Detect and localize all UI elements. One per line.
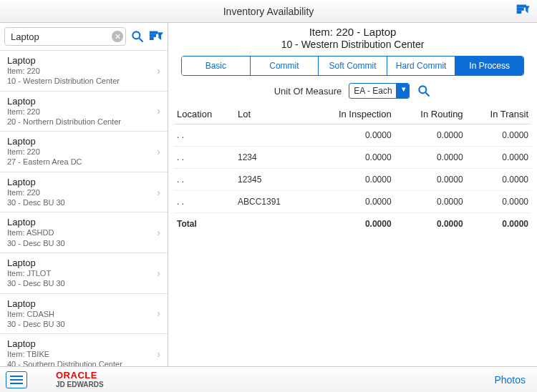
total-in-inspection: 0.0000	[307, 213, 394, 235]
tabs: BasicCommitSoft CommitHard CommitIn Proc…	[181, 56, 524, 76]
list-item[interactable]: LaptopItem: 22020 - Northern Distributio…	[0, 92, 168, 132]
list-item[interactable]: LaptopItem: 22010 - Western Distribution…	[0, 51, 168, 92]
chevron-right-icon: ›	[157, 268, 160, 279]
list-item[interactable]: LaptopItem: ASHDD30 - Desc BU 30›	[0, 212, 168, 253]
svg-rect-2	[518, 11, 521, 14]
photos-link[interactable]: Photos	[494, 374, 526, 386]
svg-line-4	[140, 39, 143, 42]
list-item-item: Item: 220	[7, 66, 160, 76]
cell-in-transit: 0.0000	[466, 147, 531, 169]
svg-rect-1	[518, 9, 523, 11]
list-item-title: Laptop	[7, 258, 160, 268]
list-item[interactable]: LaptopItem: TBIKE40 - Southern Distribut…	[0, 334, 168, 366]
tab-in-process[interactable]: In Process	[455, 57, 523, 75]
cell-lot: 12345	[235, 169, 307, 191]
list-item-loc: 30 - Desc BU 30	[7, 278, 160, 288]
cell-in-routing: 0.0000	[395, 147, 466, 169]
table-row: . .0.00000.00000.0000	[174, 124, 531, 147]
total-label: Total	[174, 213, 235, 235]
uom-label: Unit Of Measure	[274, 86, 342, 97]
chevron-right-icon: ›	[157, 227, 160, 238]
sidebar-list: LaptopItem: 22010 - Western Distribution…	[0, 51, 168, 366]
cell-location: . .	[174, 191, 235, 213]
filter-list-icon[interactable]	[149, 29, 163, 44]
col-in-inspection: In Inspection	[307, 104, 394, 124]
col-in-transit: In Transit	[466, 104, 531, 124]
uom-select[interactable]: EA - Each	[349, 83, 410, 99]
detail-header: Item: 220 - Laptop 10 - Western Distribu…	[174, 26, 531, 50]
cell-in-routing: 0.0000	[395, 169, 466, 191]
brand-oracle: ORACLE	[56, 371, 104, 380]
list-item[interactable]: LaptopItem: CDASH30 - Desc BU 30›	[0, 294, 168, 335]
brand-jde: JD EDWARDS	[56, 381, 104, 388]
svg-point-8	[420, 86, 427, 93]
tab-soft-commit[interactable]: Soft Commit	[319, 57, 387, 75]
search-icon[interactable]	[130, 29, 145, 44]
uom-search-icon[interactable]	[417, 84, 431, 98]
list-item-loc: 27 - Eastern Area DC	[7, 157, 160, 167]
list-item-loc: 30 - Desc BU 30	[7, 319, 160, 329]
chevron-right-icon: ›	[157, 105, 160, 117]
cell-location: . .	[174, 169, 235, 191]
list-item-title: Laptop	[7, 338, 160, 349]
list-item-item: Item: CDASH	[7, 309, 160, 319]
list-item[interactable]: LaptopItem: JTLOT30 - Desc BU 30›	[0, 253, 168, 294]
inventory-table: LocationLotIn InspectionIn RoutingIn Tra…	[174, 104, 531, 235]
cell-in-transit: 0.0000	[466, 169, 531, 191]
cell-in-inspection: 0.0000	[307, 124, 394, 147]
cell-in-routing: 0.0000	[395, 124, 466, 147]
main-panel: Item: 220 - Laptop 10 - Western Distribu…	[168, 23, 537, 366]
sidebar: ✕ LaptopItem: 22010 - Western Distributi…	[0, 23, 168, 366]
footer: ORACLE JD EDWARDS Photos	[0, 366, 537, 392]
chevron-right-icon: ›	[157, 65, 160, 77]
svg-rect-0	[518, 5, 526, 7]
cell-in-inspection: 0.0000	[307, 147, 394, 169]
list-item[interactable]: LaptopItem: 22027 - Eastern Area DC›	[0, 132, 168, 172]
list-item-item: Item: TBIKE	[7, 349, 160, 359]
topbar: Inventory Availability	[0, 0, 537, 23]
list-item-title: Laptop	[7, 217, 160, 227]
cell-lot: 1234	[235, 147, 307, 169]
list-item-title: Laptop	[7, 298, 160, 309]
list-item-item: Item: JTLOT	[7, 268, 160, 278]
tab-hard-commit[interactable]: Hard Commit	[387, 57, 456, 75]
col-location: Location	[174, 104, 235, 124]
svg-rect-7	[150, 38, 153, 40]
cell-location: . .	[174, 124, 235, 147]
total-row: Total0.00000.00000.0000	[174, 213, 531, 235]
table-row: . .12340.00000.00000.0000	[174, 147, 531, 169]
cell-in-inspection: 0.0000	[307, 169, 394, 191]
svg-rect-6	[150, 35, 156, 37]
total-in-transit: 0.0000	[466, 213, 531, 235]
chevron-right-icon: ›	[157, 187, 160, 198]
svg-line-9	[426, 93, 430, 97]
chevron-right-icon: ›	[157, 348, 160, 360]
total-in-routing: 0.0000	[395, 213, 466, 235]
search-input[interactable]	[4, 27, 126, 46]
list-item-title: Laptop	[7, 96, 160, 107]
list-item-item: Item: ASHDD	[7, 227, 160, 237]
svg-point-3	[132, 31, 140, 39]
clear-icon[interactable]: ✕	[112, 31, 123, 42]
list-item-loc: 40 - Southern Distribution Center	[7, 359, 160, 366]
tab-commit[interactable]: Commit	[251, 57, 319, 75]
list-item-loc: 10 - Western Distribution Center	[7, 76, 160, 86]
menu-button[interactable]	[6, 371, 27, 388]
tab-basic[interactable]: Basic	[182, 57, 251, 75]
filter-icon[interactable]	[516, 3, 530, 17]
table-row: . .ABCC13910.00000.00000.0000	[174, 191, 531, 213]
cell-in-inspection: 0.0000	[307, 191, 394, 213]
list-item-title: Laptop	[7, 136, 160, 147]
cell-lot: ABCC1391	[235, 191, 307, 213]
col-lot: Lot	[235, 104, 307, 124]
cell-in-transit: 0.0000	[466, 124, 531, 147]
cell-location: . .	[174, 147, 235, 169]
chevron-right-icon: ›	[157, 146, 160, 157]
list-item-loc: 30 - Desc BU 30	[7, 238, 160, 248]
list-item-loc: 30 - Desc BU 30	[7, 197, 160, 207]
list-item-title: Laptop	[7, 177, 160, 187]
search-row: ✕	[0, 23, 168, 51]
brand-logo: ORACLE JD EDWARDS	[56, 371, 104, 388]
list-item-item: Item: 220	[7, 107, 160, 117]
list-item[interactable]: LaptopItem: 22030 - Desc BU 30›	[0, 172, 168, 213]
